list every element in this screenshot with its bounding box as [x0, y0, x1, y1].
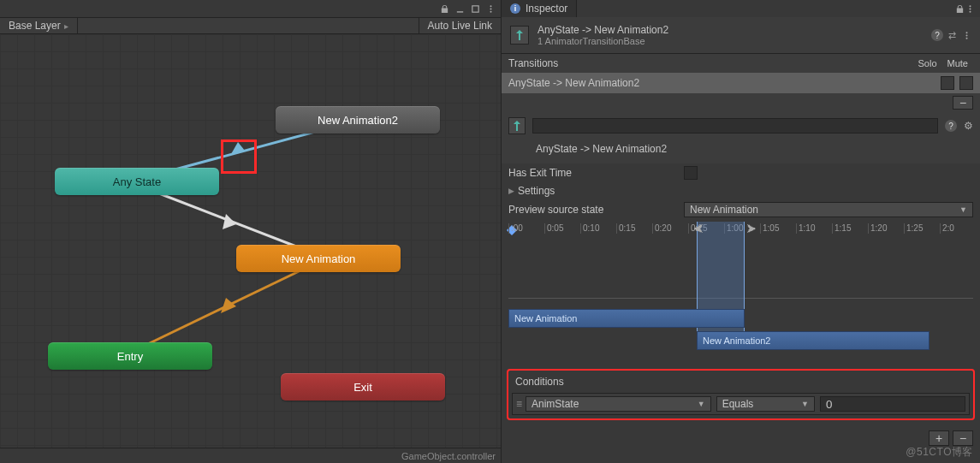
ruler-tick: 0:20: [652, 223, 671, 234]
animator-graph[interactable]: Any State New Animation2 New Animation E…: [0, 34, 501, 448]
loop-start-icon[interactable]: ⮜: [693, 223, 704, 235]
status-file-label: GameObject.controller: [401, 451, 496, 461]
svg-point-15: [965, 34, 967, 36]
node-label: Any State: [113, 175, 161, 188]
ruler-tick: 1:05: [760, 223, 779, 234]
solo-label: Solo: [913, 58, 942, 68]
conditions-buttons: + −: [502, 427, 980, 449]
transitions-header: Transitions Solo Mute: [502, 53, 980, 73]
svg-marker-8: [223, 214, 236, 229]
animator-panel: Base Layer ▸ Auto Live Link Any State Ne…: [0, 0, 501, 463]
animator-toolbar: Base Layer ▸ Auto Live Link: [0, 17, 501, 34]
help-icon[interactable]: ?: [945, 120, 957, 132]
node-new-animation2[interactable]: New Animation2: [276, 106, 440, 134]
loop-end-icon[interactable]: ⮞: [746, 223, 757, 235]
settings-foldout[interactable]: ▶ Settings: [502, 182, 980, 199]
info-icon: i: [510, 3, 520, 14]
inspector-panel: i Inspector AnyState -> New Animation2 1…: [501, 0, 980, 463]
selected-transition-label: AnyState -> New Animation2: [502, 139, 980, 163]
minimize-icon[interactable]: [454, 3, 465, 14]
inspector-title: AnyState -> New Animation2: [538, 24, 668, 36]
node-label: New Animation2: [318, 114, 398, 127]
breadcrumb-label: Base Layer: [9, 20, 61, 32]
node-label: New Animation: [282, 252, 356, 265]
help-icon[interactable]: ?: [931, 29, 943, 41]
svg-line-9: [130, 262, 318, 353]
ruler-tick: 1:20: [868, 223, 887, 234]
svg-marker-6: [231, 142, 245, 154]
drag-handle-icon[interactable]: ≡: [516, 398, 520, 410]
condition-param-dropdown[interactable]: AnimState ▼: [526, 396, 711, 412]
auto-live-link-label: Auto Live Link: [428, 20, 492, 32]
add-condition-button[interactable]: +: [929, 430, 949, 446]
mute-checkbox[interactable]: [959, 76, 973, 90]
svg-point-11: [969, 5, 971, 7]
gear-icon[interactable]: ⚙: [964, 120, 973, 132]
node-new-animation[interactable]: New Animation: [236, 245, 401, 272]
tab-inspector[interactable]: i Inspector: [502, 0, 577, 17]
dropdown-value: Equals: [722, 398, 754, 410]
chevron-down-icon: ▼: [698, 400, 705, 408]
has-exit-time-row: Has Exit Time: [502, 163, 980, 182]
node-label: Entry: [117, 350, 143, 363]
condition-value-field[interactable]: [820, 396, 965, 412]
svg-marker-10: [221, 298, 236, 313]
ruler-tick: :00: [508, 223, 523, 234]
node-exit[interactable]: Exit: [281, 373, 445, 401]
dropdown-value: AnimState: [532, 398, 579, 410]
transition-name-field[interactable]: [532, 118, 938, 134]
condition-row: ≡ AnimState ▼ Equals ▼: [512, 393, 970, 415]
svg-point-2: [490, 5, 491, 7]
menu-icon[interactable]: [485, 3, 496, 14]
preview-source-state-dropdown[interactable]: New Animation ▼: [684, 202, 973, 217]
menu-icon[interactable]: [965, 3, 975, 14]
inspector-header: AnyState -> New Animation2 1 AnimatorTra…: [502, 17, 980, 53]
animator-window-buttons: [0, 0, 501, 17]
has-exit-time-checkbox[interactable]: [684, 166, 698, 180]
inspector-tabbar: i Inspector: [502, 0, 980, 17]
breadcrumb[interactable]: Base Layer ▸: [0, 18, 78, 33]
svg-point-12: [969, 8, 971, 9]
ruler-tick: 1:15: [832, 223, 851, 234]
transition-icon: [508, 117, 526, 134]
lock-icon[interactable]: [954, 3, 965, 14]
inspector-subtitle: 1 AnimatorTransitionBase: [538, 36, 668, 46]
chevron-right-icon: ▸: [64, 21, 68, 31]
transitions-label: Transitions: [508, 57, 558, 69]
menu-icon[interactable]: [961, 30, 971, 40]
dopesheet[interactable]: New Animation New Animation2: [508, 306, 973, 353]
clip-new-animation[interactable]: New Animation: [508, 309, 745, 328]
ruler-tick: 0:05: [544, 223, 563, 234]
timeline-body[interactable]: ⮜ ⮞: [508, 239, 973, 299]
lock-icon[interactable]: [439, 3, 449, 14]
remove-condition-button[interactable]: −: [953, 430, 973, 446]
transition-icon: [510, 26, 529, 45]
clip-label: New Animation2: [703, 335, 771, 346]
condition-comparator-dropdown[interactable]: Equals ▼: [716, 396, 815, 412]
chevron-right-icon: ▶: [508, 187, 514, 195]
preset-icon[interactable]: ⇄: [948, 30, 956, 41]
preview-source-state-label: Preview source state: [508, 204, 684, 216]
svg-rect-1: [472, 5, 478, 11]
transition-item-label: AnyState -> New Animation2: [508, 77, 639, 89]
ruler-tick: 2:0: [940, 223, 954, 234]
auto-live-link-toggle[interactable]: Auto Live Link: [419, 18, 501, 33]
ruler-tick: 1:25: [904, 223, 923, 234]
svg-point-14: [965, 32, 967, 33]
node-any-state[interactable]: Any State: [55, 168, 219, 195]
svg-point-16: [965, 37, 967, 39]
transition-name-bar: ? ⚙: [502, 112, 980, 139]
clip-new-animation2[interactable]: New Animation2: [697, 331, 930, 350]
mute-label: Mute: [942, 58, 973, 68]
chevron-down-icon: ▼: [801, 400, 809, 408]
maximize-icon[interactable]: [470, 3, 480, 14]
has-exit-time-label: Has Exit Time: [508, 167, 684, 179]
ruler-tick: 0:15: [616, 223, 635, 234]
svg-point-3: [490, 8, 491, 9]
conditions-section: Conditions ≡ AnimState ▼ Equals ▼: [507, 369, 975, 420]
remove-transition-button[interactable]: −: [953, 96, 973, 110]
solo-checkbox[interactable]: [941, 76, 954, 90]
node-entry[interactable]: Entry: [48, 342, 212, 370]
node-label: Exit: [353, 381, 372, 394]
transition-list-item[interactable]: AnyState -> New Animation2: [502, 73, 980, 93]
